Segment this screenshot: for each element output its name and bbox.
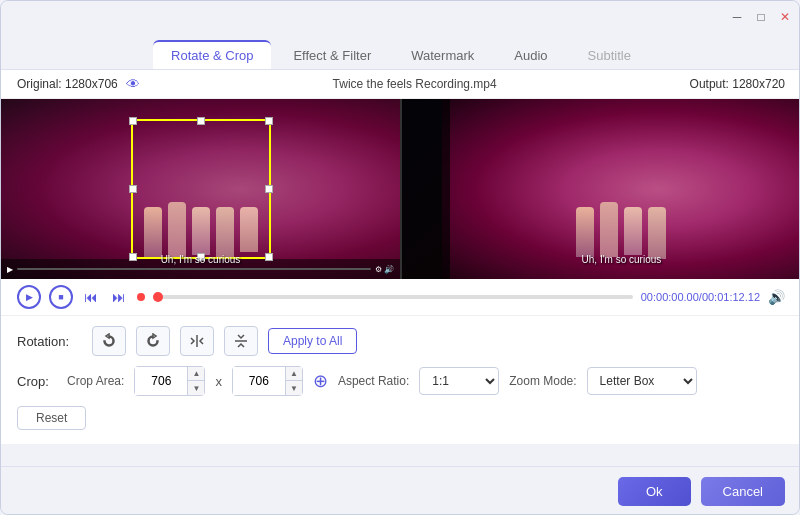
time-display: 00:00:00.00/00:01:12.12 [641,291,760,303]
width-up-button[interactable]: ▲ [188,367,204,381]
crop-handle-br[interactable] [265,253,273,261]
close-button[interactable]: ✕ [777,9,793,25]
prev-button[interactable]: ⏮ [81,287,101,307]
record-indicator [137,293,145,301]
stop-button[interactable]: ■ [49,285,73,309]
tab-subtitle[interactable]: Subtitle [570,42,649,69]
timeline-progress-bar[interactable] [17,268,371,270]
tab-effect-filter[interactable]: Effect & Filter [275,42,389,69]
play-button[interactable]: ▶ [17,285,41,309]
subtitle-right: Uh, I'm so curious [582,254,662,265]
title-bar: ─ □ ✕ [1,1,800,33]
maximize-button[interactable]: □ [753,9,769,25]
output-resolution: Output: 1280x720 [690,77,785,91]
reset-row: Reset [17,406,785,430]
crop-handle-bl[interactable] [129,253,137,261]
height-up-button[interactable]: ▲ [286,367,302,381]
zoom-mode-dropdown[interactable]: Letter Box Pan & Scan Full [587,367,697,395]
crop-label: Crop: [17,374,57,389]
flip-vertical-button[interactable] [224,326,258,356]
filename-label: Twice the feels Recording.mp4 [333,77,497,91]
info-bar: Original: 1280x706 👁 Twice the feels Rec… [1,70,800,99]
rotate-right-button[interactable] [136,326,170,356]
tab-watermark[interactable]: Watermark [393,42,492,69]
video-frame-right: Uh, I'm so curious [402,99,800,279]
zoom-mode-label: Zoom Mode: [509,374,576,388]
people-figures-right [576,207,666,259]
video-frame-left: Uh, I'm so curious [1,99,400,279]
crop-handle-ml[interactable] [129,185,137,193]
original-resolution: Original: 1280x706 [17,77,118,91]
crop-area-label: Crop Area: [67,374,124,388]
cancel-button[interactable]: Cancel [701,477,785,506]
rotation-row: Rotation: [17,326,785,356]
crop-handle-tc[interactable] [197,117,205,125]
subtitle-left: Uh, I'm so curious [161,254,241,265]
flip-horizontal-button[interactable] [180,326,214,356]
preview-left: Uh, I'm so curious ▶ ⚙ 🔊 [1,99,400,279]
info-bar-left: Original: 1280x706 👁 [17,76,140,92]
ok-button[interactable]: Ok [618,477,691,506]
aspect-ratio-dropdown[interactable]: 1:1 Free 16:9 4:3 3:2 9:16 [419,367,499,395]
crop-handle-tr[interactable] [265,117,273,125]
controls-section: Rotation: [1,316,800,444]
height-down-button[interactable]: ▼ [286,381,302,395]
crop-handle-mr[interactable] [265,185,273,193]
volume-icon[interactable]: 🔊 [768,289,785,305]
preview-right: Uh, I'm so curious [402,99,800,279]
crop-height-input-group: ▲ ▼ [232,366,303,396]
apply-all-button[interactable]: Apply to All [268,328,357,354]
minimize-button[interactable]: ─ [729,9,745,25]
timeline-playhead[interactable] [153,292,163,302]
crop-width-input-group: ▲ ▼ [134,366,205,396]
preview-area: Uh, I'm so curious ▶ ⚙ 🔊 [1,99,800,279]
rotate-left-button[interactable] [92,326,126,356]
action-bar: Ok Cancel [1,466,800,515]
crop-selection-box[interactable] [131,119,271,259]
crop-height-input[interactable] [233,367,285,395]
crop-width-input[interactable] [135,367,187,395]
center-crop-icon[interactable]: ⊕ [313,370,328,392]
tab-rotate-crop[interactable]: Rotate & Crop [153,40,271,69]
main-content: Original: 1280x706 👁 Twice the feels Rec… [1,69,800,444]
width-spinners: ▲ ▼ [187,367,204,395]
preview-toggle-icon[interactable]: 👁 [126,76,140,92]
tab-audio[interactable]: Audio [496,42,565,69]
width-down-button[interactable]: ▼ [188,381,204,395]
crop-row: Crop: Crop Area: ▲ ▼ x ▲ ▼ [17,366,785,396]
main-timeline-track[interactable] [153,295,633,299]
rotation-label: Rotation: [17,334,82,349]
height-spinners: ▲ ▼ [285,367,302,395]
timeline-play-small[interactable]: ▶ [7,265,13,274]
next-button[interactable]: ⏭ [109,287,129,307]
aspect-ratio-label: Aspect Ratio: [338,374,409,388]
tabs-bar: Rotate & Crop Effect & Filter Watermark … [1,33,800,69]
transport-bar: ▶ ■ ⏮ ⏭ 00:00:00.00/00:01:12.12 🔊 [1,279,800,316]
reset-button[interactable]: Reset [17,406,86,430]
crop-x-separator: x [215,374,222,389]
crop-handle-tl[interactable] [129,117,137,125]
timeline-icons: ⚙ 🔊 [375,265,394,274]
